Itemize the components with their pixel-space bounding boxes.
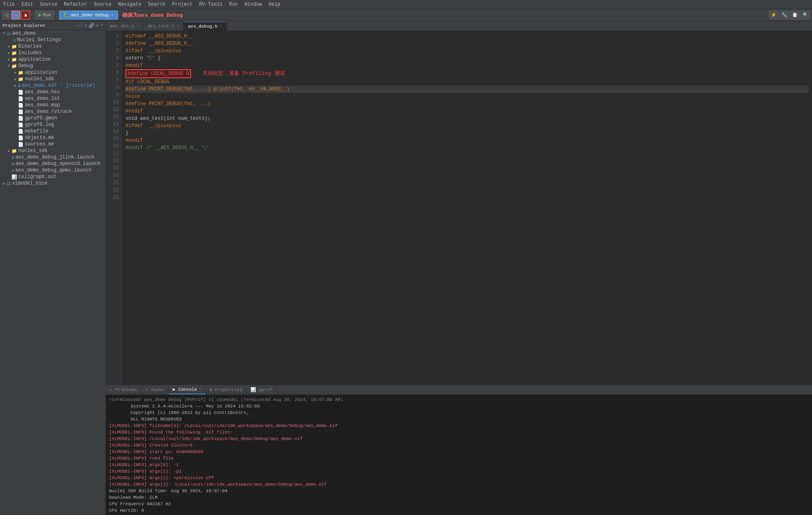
sidebar-link-icon[interactable]: 🔗	[89, 23, 94, 28]
tree-item-sources-mk[interactable]: 📄 sources.mk	[0, 141, 105, 147]
tree-item-qemu[interactable]: ⚙ aes_demo_debug_qemu.launch	[0, 167, 105, 174]
callgraph-icon: 📊	[11, 174, 17, 180]
menu-file[interactable]: File	[0, 1, 18, 8]
console-icon: ▶	[173, 387, 176, 392]
tree-item-debug-application[interactable]: ▶ 📁 application	[0, 69, 105, 76]
console-cpu-hartid: CPU HartID: 0	[109, 507, 809, 514]
tree-item-lst[interactable]: 📄 aes_demo.lst	[0, 95, 105, 102]
tab-properties[interactable]: ⊞ Properties	[206, 385, 246, 394]
console-build-time: Nuclei SDK Build Time: Aug 30 2024, 10:0…	[109, 488, 809, 494]
tb-icon-4[interactable]: 🔍	[801, 11, 810, 20]
tree-arrow-binaries: ▶	[7, 44, 11, 49]
tree-item-openocd[interactable]: ⚙ aes_demo_debug_openocd.launch	[0, 161, 105, 167]
code-editor[interactable]: 12345 678910 1112131415 1617181920 21222…	[106, 31, 812, 385]
sidebar-collapse-icon[interactable]: ⊖	[96, 23, 99, 28]
xlmodel-icon: 🗂	[7, 181, 11, 186]
tree-item-rvtrace[interactable]: 📄 aes_demo.rvtrace	[0, 108, 105, 115]
elf-icon: ⚙	[18, 83, 21, 88]
problems-icon: ⚠	[110, 387, 113, 392]
tab-aes-dec-close[interactable]: ×	[136, 24, 139, 29]
tab-aes-debug-h-label: aes_debug.h	[188, 24, 217, 29]
tree-item-map[interactable]: 📄 aes_demo.map	[0, 102, 105, 108]
console-output[interactable]: <terminated> aes_demo Debug [RVProf] xl_…	[106, 395, 812, 515]
sidebar-minimize-icon[interactable]: —	[76, 23, 79, 28]
sidebar-close-icon[interactable]: ×	[100, 23, 103, 28]
tasks-icon: ✓	[145, 387, 148, 392]
tb-icon-1[interactable]: ⚡	[769, 11, 779, 20]
tab-aes-dec[interactable]: aes_dec.c ×	[106, 22, 143, 31]
tree-label-hex: aes_demo.hex	[25, 89, 60, 95]
tree-item-application[interactable]: ▶ 📁 application	[0, 56, 105, 63]
menu-help[interactable]: Help	[265, 1, 283, 8]
tab-aes-test-close[interactable]: ×	[177, 24, 179, 29]
tab-aes-test[interactable]: aes_test.c ×	[143, 22, 184, 31]
menu-project[interactable]: Project	[169, 1, 196, 8]
tree-item-includes[interactable]: ▶ 📁 Includes	[0, 50, 105, 56]
menu-source[interactable]: Source	[37, 1, 61, 8]
tab-tasks[interactable]: ✓ Tasks	[141, 385, 169, 394]
code-line-1: #ifndef __AES_DEBUG_H__	[125, 33, 809, 40]
tree-item-glog[interactable]: 📄 gprof0.log	[0, 121, 105, 128]
toolbar: ◁ ● ■ ▶ Run 🐛 aes_demo Debug × 确保为aes_de…	[0, 9, 812, 21]
menu-run[interactable]: Run	[226, 1, 241, 8]
code-line-5: extern "C" {	[125, 55, 809, 62]
tree-item-makefile[interactable]: 📄 makefile	[0, 128, 105, 134]
tab-properties-label: Properties	[215, 387, 242, 392]
tab-console-close[interactable]: ×	[199, 387, 201, 392]
menu-search[interactable]: Search	[145, 1, 169, 8]
tree-label-openocd: aes_demo_debug_openocd.launch	[15, 161, 101, 167]
console-elf-path: [XLMODEL-INFO] /Local/xuzt/ide/ide_works…	[109, 436, 809, 442]
tree-item-callgraph[interactable]: 📊 callgraph.out	[0, 174, 105, 180]
tree-item-jlink[interactable]: ⚙ aes_demo_debug_jlink.launch	[0, 154, 105, 161]
run-label: Run	[43, 12, 51, 17]
tab-aes-debug-h[interactable]: aes_debug.h ×	[184, 22, 227, 31]
gmon-icon: 📄	[18, 116, 24, 121]
tree-item-debug[interactable]: ▼ 📁 Debug	[0, 63, 105, 69]
menu-window[interactable]: Window	[241, 1, 265, 8]
debug-run-button[interactable]: ●	[11, 11, 20, 20]
separator2	[57, 11, 57, 19]
tree-item-nuclei-settings[interactable]: ◎ Nuclei Settings	[0, 37, 105, 43]
tab-gprof[interactable]: 📊 gprof	[246, 385, 277, 394]
menu-navigate[interactable]: Navigate	[115, 1, 145, 8]
tb-icon-3[interactable]: 📋	[790, 11, 800, 20]
binaries-icon: 📁	[11, 44, 17, 49]
sidebar-toolbar: — □ ▽ 🔗 ⊖ ×	[76, 23, 103, 28]
tree-item-elf[interactable]: ▶ ⚙ aes_demo.elf - [riscv/le]	[0, 82, 105, 89]
tree-label-gmon: gprof0.gmon	[25, 115, 57, 121]
menu-rvtools[interactable]: RV-Tools	[196, 1, 226, 8]
tree-item-objects-mk[interactable]: 📄 objects.mk	[0, 134, 105, 141]
tree-label-objects-mk: objects.mk	[25, 135, 54, 141]
menu-source2[interactable]: Source	[90, 1, 114, 8]
active-tab-close[interactable]: ×	[111, 13, 114, 18]
properties-icon: ⊞	[210, 387, 213, 392]
tab-aes-dec-label: aes_dec.c	[110, 24, 134, 29]
tree-item-hex[interactable]: 📄 aes_demo.hex	[0, 89, 105, 95]
menu-refactor[interactable]: Refactor	[61, 1, 91, 8]
sidebar-filter-icon[interactable]: ▽	[84, 23, 87, 28]
tree-item-nuclei-sdk[interactable]: ▶ 📁 nuclei_sdk	[0, 147, 105, 154]
menu-edit[interactable]: Edit	[18, 1, 37, 8]
main-layout: Project Explorer — □ ▽ 🔗 ⊖ × ▼ 🗂 aes_dem…	[0, 21, 812, 515]
tree-label-rvtrace: aes_demo.rvtrace	[25, 109, 72, 114]
active-debug-tab[interactable]: 🐛 aes_demo Debug ×	[59, 11, 118, 20]
stop-button[interactable]: ■	[21, 11, 30, 20]
sidebar: Project Explorer — □ ▽ 🔗 ⊖ × ▼ 🗂 aes_dem…	[0, 21, 106, 515]
back-button[interactable]: ◁	[2, 11, 11, 20]
tree-item-gmon[interactable]: 📄 gprof0.gmon	[0, 115, 105, 121]
tab-problems[interactable]: ⚠ Problems	[106, 385, 141, 394]
rvtrace-icon: 📄	[18, 109, 24, 114]
debug-annotation: 确保为aes_demo Debug	[122, 11, 182, 19]
tab-aes-debug-h-close[interactable]: ×	[220, 24, 222, 29]
tree-item-debug-nuclei[interactable]: ▶ 📁 nuclei_sdk	[0, 76, 105, 82]
tab-console[interactable]: ▶ Console ×	[169, 385, 205, 394]
tree-item-xlmodel[interactable]: ▶ 🗂 xlmodel_nice	[0, 180, 105, 187]
tb-icon-2[interactable]: 🔧	[779, 11, 789, 20]
run-button[interactable]: ▶ Run	[35, 11, 55, 20]
tree-item-aes-demo[interactable]: ▼ 🗂 aes_demo	[0, 30, 105, 37]
code-content[interactable]: #ifndef __AES_DEBUG_H__ #define __AES_DE…	[122, 31, 812, 385]
define-box: #define LOCAL_DEBUG 0	[125, 69, 191, 78]
tree-item-binaries[interactable]: ▶ 📁 Binaries	[0, 43, 105, 50]
console-argv1: [XLMODEL-INFO] argv[1]: -p1	[109, 468, 809, 475]
sidebar-maximize-icon[interactable]: □	[80, 23, 83, 28]
